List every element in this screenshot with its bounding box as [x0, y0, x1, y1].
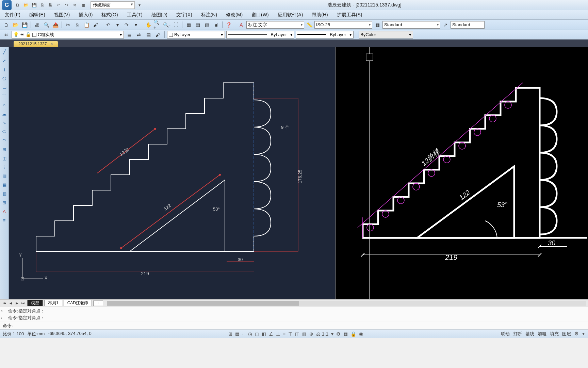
hardware-icon[interactable]: ◉ [358, 331, 364, 337]
first-tab-icon[interactable]: ⏮ [2, 301, 7, 306]
ducs-icon[interactable]: ⊥ [275, 331, 281, 337]
design-center-icon[interactable]: ▤ [194, 21, 202, 29]
saveas-icon[interactable]: ⎘ [39, 2, 46, 9]
pin-cmd-icon[interactable]: ▸ [1, 315, 5, 319]
polyline-icon[interactable]: ⌇ [1, 66, 8, 73]
expand-icon[interactable]: ▾ [582, 331, 585, 337]
dimstyle-icon[interactable]: 📏 [305, 21, 313, 29]
gradient-icon[interactable]: ▦ [1, 181, 8, 188]
layer-iso-icon[interactable]: ≣ [125, 31, 133, 39]
arc-icon[interactable]: ⌒ [1, 93, 8, 99]
ellipse-arc-icon[interactable]: ◠ [1, 137, 8, 144]
qp-icon[interactable]: ▥ [301, 331, 307, 337]
linetype-dropdown[interactable]: ByLayer ▾ [226, 31, 294, 39]
menu-app[interactable]: 应用软件(A) [276, 11, 305, 19]
qat-more-icon[interactable]: ▾ [136, 2, 143, 9]
osnap3d-icon[interactable]: ◧ [261, 331, 267, 337]
menu-text[interactable]: 文字(X) [175, 11, 194, 19]
grid-icon[interactable]: ▦ [234, 331, 240, 337]
layerprops-icon[interactable]: ≋ [2, 31, 10, 39]
region-icon[interactable]: ▥ [1, 190, 8, 197]
menu-format[interactable]: 格式(O) [100, 11, 119, 19]
gear-icon[interactable]: ⚙ [574, 331, 579, 337]
status-bold[interactable]: 加粗 [537, 331, 547, 337]
layers-icon[interactable]: ≋ [71, 2, 78, 9]
ellipse-icon[interactable]: ⬭ [1, 128, 8, 135]
open-file-icon[interactable]: 📂 [11, 21, 19, 29]
lineweight-dropdown[interactable]: ByLayer ▾ [296, 31, 354, 39]
copy-icon[interactable]: ⎘ [73, 21, 81, 29]
workspace-dropdown[interactable]: 传统界面 [91, 1, 135, 9]
new-icon[interactable]: 🗋 [14, 2, 21, 9]
last-tab-icon[interactable]: ⏭ [20, 301, 26, 306]
status-baseline[interactable]: 基线 [525, 331, 535, 337]
command-input[interactable] [14, 323, 585, 328]
menu-draw[interactable]: 绘图(D) [150, 11, 169, 19]
redo2-icon[interactable]: ↷ [122, 21, 131, 29]
layer-state-icon[interactable]: ▤ [144, 31, 152, 39]
mleader-icon[interactable]: ↗ [441, 21, 450, 29]
menu-view[interactable]: 视图(V) [53, 11, 71, 19]
horizontal-scrollbar[interactable] [107, 301, 586, 306]
tool-palette-icon[interactable]: ▧ [203, 21, 211, 29]
layer-dropdown[interactable]: 💡 ☀ 🔓 C粗实线 ▾ [12, 31, 124, 39]
color-dropdown[interactable]: ByLayer ▾ [167, 31, 225, 39]
menu-file[interactable]: 文件(F) [3, 11, 22, 19]
preview-icon[interactable]: 🔍 [42, 21, 50, 29]
mline-icon[interactable]: ≡ [1, 217, 8, 224]
undo-icon[interactable]: ↶ [55, 2, 62, 9]
make-block-icon[interactable]: ◫ [1, 155, 8, 162]
plotstyle-dropdown[interactable]: ByColor ▾ [359, 31, 413, 39]
sc-icon[interactable]: ⊕ [309, 331, 314, 337]
help-icon[interactable]: ❓ [225, 21, 233, 29]
new-file-icon[interactable]: 🗋 [2, 21, 10, 29]
polygon-icon[interactable]: ⬠ [1, 75, 8, 82]
circle-icon[interactable]: ○ [1, 102, 8, 108]
text-icon[interactable]: A [1, 208, 8, 215]
props-panel-icon[interactable]: ▦ [184, 21, 193, 29]
cut-icon[interactable]: ✂ [64, 21, 72, 29]
menu-ext[interactable]: 扩展工具(S) [336, 11, 364, 19]
anno-scale-icon[interactable]: ⚖ 1:1 [315, 331, 329, 337]
dyn-icon[interactable]: ≡ [282, 331, 286, 337]
snap-icon[interactable]: ⊞ [228, 331, 233, 337]
save-file-icon[interactable]: 💾 [20, 21, 29, 29]
anno-vis-icon[interactable]: ▾ [330, 331, 334, 337]
redo-icon[interactable]: ↷ [63, 2, 70, 9]
matchprop-icon[interactable]: 🖌 [92, 21, 100, 29]
redo-dd-icon[interactable]: ▾ [132, 21, 140, 29]
close-tab-icon[interactable]: × [51, 42, 53, 46]
layout-tab-2[interactable]: CAD江老师 [64, 300, 92, 306]
status-link[interactable]: 联动 [500, 331, 510, 337]
publish-icon[interactable]: 📤 [51, 21, 60, 29]
dimstyle-dropdown[interactable]: ISO-25▾ [314, 21, 372, 29]
textstyle-dropdown[interactable]: 标注-文字▾ [246, 21, 304, 29]
xline-icon[interactable]: ⤢ [1, 57, 8, 64]
anno-auto-icon[interactable]: ⚙ [336, 331, 341, 337]
ws-icon[interactable]: ▦ [343, 331, 348, 337]
tablestyle2-dropdown[interactable]: Standard [451, 21, 485, 29]
tablestyle-dropdown[interactable]: Standard▾ [382, 21, 440, 29]
close-cmd-icon[interactable]: × [1, 308, 5, 312]
layout-tab-add[interactable]: + [93, 301, 103, 306]
transparency-icon[interactable]: ◫ [294, 331, 300, 337]
print-icon[interactable]: 🖶 [47, 2, 54, 9]
status-units[interactable]: 单位:mm [27, 331, 45, 337]
rectangle-icon[interactable]: ▭ [1, 84, 8, 91]
line-icon[interactable]: ╱ [1, 48, 8, 55]
insert-block-icon[interactable]: ⊞ [1, 146, 8, 153]
status-break[interactable]: 打断 [512, 331, 523, 337]
layer-prev-icon[interactable]: ⇄ [135, 31, 143, 39]
zoom-out-icon[interactable]: 🔍- [163, 21, 171, 29]
undo-dd-icon[interactable]: ▾ [113, 21, 121, 29]
revcloud-icon[interactable]: ☁ [1, 110, 8, 117]
layout-tab-model[interactable]: 模型 [27, 300, 43, 306]
print-btn-icon[interactable]: 🖶 [33, 21, 41, 29]
zoom-in-icon[interactable]: 🔍+ [153, 21, 162, 29]
otrack-icon[interactable]: ∠ [268, 331, 274, 337]
layer-match-icon[interactable]: 🖌 [154, 31, 162, 39]
status-fill[interactable]: 填充 [549, 331, 559, 337]
props-icon[interactable]: ▦ [80, 2, 86, 9]
lock-ui-icon[interactable]: 🔒 [350, 331, 357, 337]
drawing-canvas[interactable]: 219 30 176,25 122 53° 12 阶 9 个 Y X [9, 47, 588, 299]
